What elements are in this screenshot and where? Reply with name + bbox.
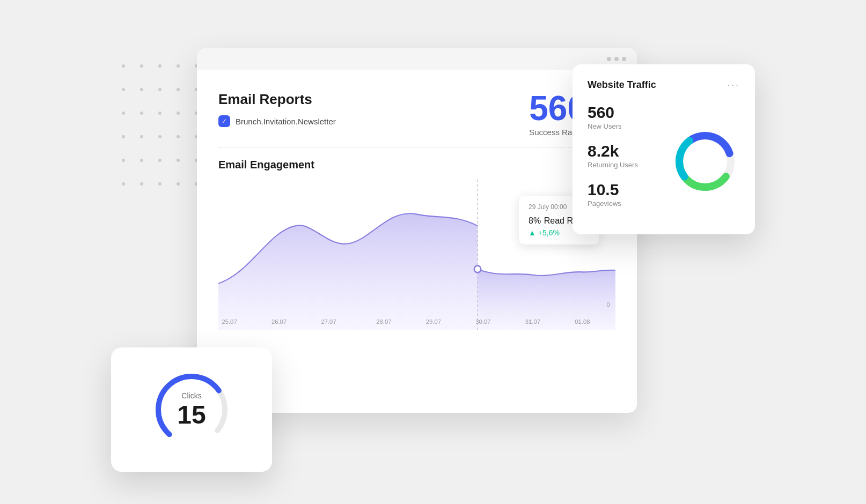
gauge-center: Clicks 15	[177, 391, 206, 428]
dot-decoration	[177, 64, 180, 68]
chart-dot	[474, 265, 481, 272]
donut-chart-svg	[670, 127, 740, 196]
tooltip-change-value: +5,6%	[538, 228, 560, 237]
dot-decoration	[122, 135, 125, 138]
dot-decoration	[158, 182, 162, 186]
gauge-label: Clicks	[177, 391, 206, 400]
wt-new-users-label: New Users	[588, 122, 662, 130]
wt-title: Website Traffic	[588, 79, 656, 91]
dot-decoration	[122, 159, 125, 162]
gauge-container: Clicks 15	[149, 367, 234, 453]
chart-x-28: 28.07	[376, 318, 391, 325]
chart-x-29: 29.07	[426, 318, 441, 325]
dot-decoration	[177, 159, 180, 162]
dot-decoration	[122, 64, 125, 68]
chart-area: 10 0 25.07 26.07 27.07 28.07 29.07 30.07…	[218, 180, 615, 330]
wt-new-users-number: 560	[588, 103, 662, 121]
dot-decoration	[158, 112, 162, 115]
browser-dot-3	[622, 57, 626, 61]
chart-x-31: 31.07	[525, 318, 540, 325]
wt-returning-number: 8.2k	[588, 142, 662, 160]
clicks-card: Clicks 15	[111, 347, 272, 472]
dot-decoration	[122, 88, 125, 91]
divider	[218, 147, 615, 148]
wt-pageviews-number: 10.5	[588, 181, 662, 198]
chart-area-fill-top	[218, 213, 478, 330]
dot-decoration	[122, 182, 125, 186]
wt-returning-label: Returning Users	[588, 161, 662, 169]
browser-dot-2	[614, 57, 619, 61]
dot-decoration	[177, 182, 180, 186]
dot-decoration	[177, 135, 180, 138]
wt-stats: 560 New Users 8.2k Returning Users 10.5 …	[588, 103, 662, 219]
dot-decoration	[158, 135, 162, 138]
dot-decoration	[158, 159, 162, 162]
checkbox-label: Brunch.Invitation.Newsletter	[236, 117, 336, 126]
dot-decoration	[122, 112, 125, 115]
checkbox-row: ✓ Brunch.Invitation.Newsletter	[218, 115, 529, 127]
browser-dots	[607, 57, 626, 61]
donut-chart-container	[670, 103, 740, 219]
chart-x-26: 26.07	[271, 318, 287, 325]
tooltip-rate-value: 8%	[529, 216, 541, 225]
email-reports-title: Email Reports	[218, 91, 529, 108]
dot-decoration	[158, 64, 162, 68]
browser-titlebar	[197, 48, 637, 70]
wt-pageviews-label: Pageviews	[588, 199, 662, 207]
arrow-up-icon: ▲	[529, 228, 536, 237]
chart-x-01: 01.08	[575, 318, 590, 325]
wt-body: 560 New Users 8.2k Returning Users 10.5 …	[588, 103, 740, 219]
dot-decoration	[140, 135, 143, 138]
wt-stat-pageviews: 10.5 Pageviews	[588, 181, 662, 207]
wt-stat-returning: 8.2k Returning Users	[588, 142, 662, 169]
dot-decoration	[140, 88, 143, 91]
wt-stat-new-users: 560 New Users	[588, 103, 662, 130]
gauge-number: 15	[177, 402, 206, 428]
dot-decoration	[158, 88, 162, 91]
dot-decoration	[140, 64, 143, 68]
chart-x-27: 27.07	[321, 318, 336, 325]
checkbox-checked-icon: ✓	[218, 115, 230, 127]
email-reports-left: Email Reports ✓ Brunch.Invitation.Newsle…	[218, 91, 529, 127]
wt-header: Website Traffic ···	[588, 79, 740, 91]
dot-decoration	[140, 159, 143, 162]
dot-decoration	[140, 182, 143, 186]
chart-x-30: 30.07	[475, 318, 490, 325]
chart-y-label-0: 0	[606, 301, 610, 308]
chart-x-25: 25.07	[222, 318, 237, 325]
dot-decoration	[177, 112, 180, 115]
scene: // Will render dots via JS below Email R…	[111, 32, 755, 472]
more-options-icon[interactable]: ···	[727, 79, 740, 91]
website-traffic-card: Website Traffic ··· 560 New Users 8.2k R…	[573, 64, 755, 234]
dot-decoration	[177, 88, 180, 91]
chart-area-fill-bottom	[478, 269, 615, 330]
engagement-title: Email Engagement	[218, 159, 615, 171]
dot-decoration	[140, 112, 143, 115]
browser-content: Email Reports ✓ Brunch.Invitation.Newsle…	[197, 70, 637, 346]
email-reports-header: Email Reports ✓ Brunch.Invitation.Newsle…	[218, 91, 615, 137]
browser-dot-1	[607, 57, 611, 61]
